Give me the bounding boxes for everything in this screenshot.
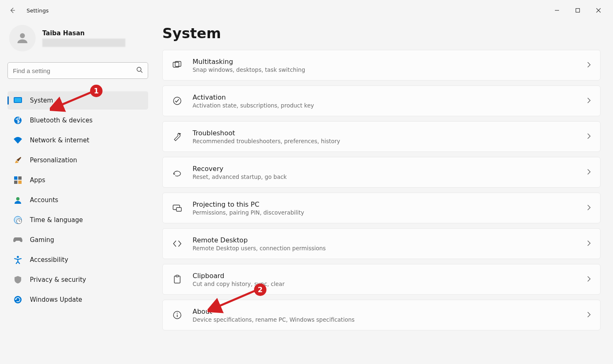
chevron-right-icon — [587, 204, 591, 212]
svg-rect-0 — [576, 9, 580, 12]
sidebar-item-gaming[interactable]: Gaming — [7, 231, 148, 249]
sidebar-item-network[interactable]: Network & internet — [7, 131, 148, 149]
row-activation[interactable]: Activation Activation state, subscriptio… — [162, 86, 601, 116]
row-desc: Reset, advanced startup, go back — [193, 173, 287, 180]
user-email-blurred — [42, 39, 125, 47]
svg-point-13 — [17, 256, 19, 258]
paintbrush-icon — [13, 156, 22, 165]
row-troubleshoot[interactable]: Troubleshoot Recommended troubleshooters… — [162, 121, 601, 152]
row-desc: Activation state, subscriptions, product… — [193, 102, 314, 109]
user-block[interactable]: Taiba Hasan — [7, 25, 148, 51]
row-title: Projecting to this PC — [193, 200, 304, 208]
projecting-icon — [172, 203, 183, 213]
recovery-icon — [172, 167, 183, 178]
chevron-right-icon — [587, 97, 591, 105]
window-controls — [547, 2, 609, 19]
sidebar-item-accounts[interactable]: Accounts — [7, 191, 148, 209]
sidebar: Taiba Hasan System Bluetooth & devices N… — [0, 21, 156, 364]
chevron-right-icon — [587, 311, 591, 319]
sidebar-item-system[interactable]: System — [7, 91, 148, 110]
row-recovery[interactable]: Recovery Reset, advanced startup, go bac… — [162, 157, 601, 188]
chevron-right-icon — [587, 240, 591, 248]
bluetooth-icon — [13, 116, 22, 125]
sidebar-item-time[interactable]: Time & language — [7, 211, 148, 229]
sidebar-item-update[interactable]: Windows Update — [7, 291, 148, 309]
svg-point-10 — [16, 197, 20, 200]
sidebar-item-label: Personalization — [30, 156, 77, 164]
svg-point-14 — [14, 296, 22, 303]
clock-globe-icon — [13, 215, 22, 225]
sidebar-item-personalization[interactable]: Personalization — [7, 151, 148, 169]
apps-icon — [13, 176, 22, 185]
maximize-icon — [575, 8, 580, 13]
minimize-button[interactable] — [547, 2, 567, 19]
row-desc: Recommended troubleshooters, preferences… — [193, 138, 340, 144]
wrench-icon — [172, 131, 183, 142]
sidebar-item-privacy[interactable]: Privacy & security — [7, 271, 148, 289]
shield-icon — [13, 275, 22, 284]
search-input[interactable] — [13, 67, 136, 74]
row-title: About — [193, 308, 354, 315]
svg-rect-7 — [18, 176, 22, 180]
accessibility-icon — [13, 255, 22, 264]
sidebar-item-label: Privacy & security — [30, 276, 86, 283]
row-desc: Permissions, pairing PIN, discoverabilit… — [193, 209, 304, 216]
maximize-button[interactable] — [567, 2, 588, 19]
sidebar-item-accessibility[interactable]: Accessibility — [7, 251, 148, 269]
search-icon — [136, 66, 143, 75]
row-clipboard[interactable]: Clipboard Cut and copy history, sync, cl… — [162, 264, 601, 295]
update-icon — [13, 295, 22, 304]
remote-desktop-icon — [172, 238, 183, 249]
chevron-right-icon — [587, 169, 591, 176]
titlebar: Settings — [0, 0, 613, 21]
clipboard-icon — [172, 274, 183, 285]
row-about[interactable]: About Device specifications, rename PC, … — [162, 300, 601, 330]
row-desc: Cut and copy history, sync, clear — [193, 281, 285, 287]
app-title: Settings — [27, 7, 49, 14]
row-title: Multitasking — [193, 58, 305, 66]
user-info: Taiba Hasan — [42, 29, 125, 47]
row-text: Remote Desktop Remote Desktop users, con… — [193, 236, 326, 252]
row-remote-desktop[interactable]: Remote Desktop Remote Desktop users, con… — [162, 228, 601, 259]
svg-point-23 — [177, 313, 178, 313]
svg-rect-9 — [18, 181, 22, 184]
accounts-icon — [13, 195, 22, 205]
row-text: Projecting to this PC Permissions, pairi… — [193, 200, 304, 216]
close-icon — [596, 8, 601, 13]
sidebar-item-label: Windows Update — [30, 296, 82, 303]
row-desc: Device specifications, rename PC, Window… — [193, 316, 354, 323]
system-icon — [13, 96, 22, 105]
chevron-right-icon — [587, 133, 591, 141]
row-desc: Snap windows, desktops, task switching — [193, 66, 305, 73]
row-text: Troubleshoot Recommended troubleshooters… — [193, 129, 340, 144]
row-title: Troubleshoot — [193, 129, 340, 137]
sidebar-item-apps[interactable]: Apps — [7, 171, 148, 189]
search-box[interactable] — [7, 62, 148, 79]
chevron-right-icon — [587, 276, 591, 283]
svg-rect-6 — [14, 176, 17, 180]
sidebar-item-label: Accounts — [30, 196, 58, 204]
back-button[interactable] — [4, 2, 21, 19]
avatar — [9, 25, 36, 51]
sidebar-item-label: Apps — [30, 176, 45, 184]
row-text: Activation Activation state, subscriptio… — [193, 93, 314, 109]
sidebar-item-label: Gaming — [30, 236, 54, 244]
info-icon — [172, 310, 183, 320]
sidebar-item-label: Time & language — [30, 216, 83, 224]
row-text: Clipboard Cut and copy history, sync, cl… — [193, 272, 285, 287]
row-projecting[interactable]: Projecting to this PC Permissions, pairi… — [162, 193, 601, 223]
svg-rect-4 — [15, 98, 21, 102]
row-multitasking[interactable]: Multitasking Snap windows, desktops, tas… — [162, 50, 601, 81]
svg-rect-8 — [14, 181, 17, 184]
chevron-right-icon — [587, 61, 591, 69]
sidebar-item-label: Bluetooth & devices — [30, 117, 93, 124]
person-icon — [15, 31, 30, 46]
multitasking-icon — [172, 60, 183, 71]
svg-point-2 — [137, 67, 141, 71]
wifi-icon — [13, 136, 22, 145]
sidebar-item-bluetooth[interactable]: Bluetooth & devices — [7, 111, 148, 129]
sidebar-item-label: Accessibility — [30, 256, 68, 264]
close-button[interactable] — [588, 2, 609, 19]
row-desc: Remote Desktop users, connection permiss… — [193, 245, 326, 252]
svg-point-1 — [20, 33, 25, 38]
